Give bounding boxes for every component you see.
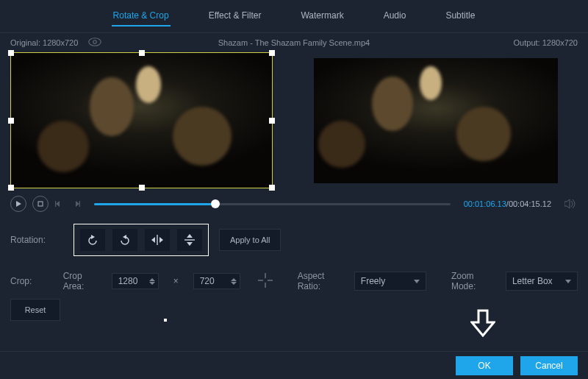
- flip-vertical-button[interactable]: [177, 229, 202, 251]
- crop-row: Crop: Crop Area: × Aspect Ratio: Freely …: [0, 263, 588, 299]
- svg-marker-15: [187, 234, 193, 238]
- preview-area: [0, 52, 588, 188]
- output-preview: [314, 58, 558, 183]
- time-total: /00:04:15.12: [506, 199, 551, 208]
- info-bar: Original: 1280x720 Shazam - The Shazam F…: [0, 33, 588, 52]
- apply-to-all-button[interactable]: Apply to All: [219, 229, 281, 251]
- svg-rect-11: [157, 235, 157, 245]
- zoom-mode-dropdown[interactable]: Letter Box: [506, 272, 578, 291]
- svg-marker-12: [151, 237, 155, 243]
- center-crop-icon[interactable]: [258, 273, 273, 290]
- svg-rect-7: [79, 201, 80, 207]
- cancel-button[interactable]: Cancel: [520, 356, 578, 375]
- rotation-label: Rotation:: [10, 235, 63, 245]
- width-down-icon[interactable]: [149, 282, 155, 285]
- aspect-ratio-dropdown[interactable]: Freely: [354, 272, 426, 291]
- svg-marker-16: [187, 242, 193, 246]
- chevron-down-icon: [414, 280, 420, 283]
- next-frame-icon[interactable]: [71, 199, 81, 209]
- svg-marker-2: [16, 201, 21, 207]
- progress-fill: [94, 203, 215, 205]
- aspect-ratio-label: Aspect Ratio:: [298, 271, 340, 291]
- tab-audio[interactable]: Audio: [382, 6, 408, 26]
- crop-height-stepper[interactable]: [193, 273, 240, 289]
- rotation-row: Rotation: Apply to All: [0, 216, 588, 263]
- crop-width-stepper[interactable]: [112, 273, 159, 289]
- zoom-mode-value: Letter Box: [512, 276, 553, 286]
- svg-point-0: [89, 38, 101, 46]
- ok-button[interactable]: OK: [456, 356, 513, 375]
- filename: Shazam - The Shazam Family Scene.mp4: [218, 38, 370, 47]
- dimension-separator: ×: [173, 276, 179, 286]
- rotate-left-button[interactable]: [80, 229, 105, 251]
- svg-rect-5: [55, 201, 56, 207]
- tab-watermark[interactable]: Watermark: [299, 6, 345, 26]
- output-resolution: Output: 1280x720: [514, 38, 578, 47]
- zoom-mode-label: Zoom Mode:: [451, 271, 491, 291]
- tab-subtitle[interactable]: Subtitle: [444, 6, 476, 26]
- crop-height-input[interactable]: [200, 276, 228, 286]
- crop-preview[interactable]: [10, 52, 273, 188]
- aspect-ratio-value: Freely: [361, 276, 385, 286]
- volume-icon[interactable]: [563, 199, 578, 209]
- svg-marker-13: [159, 237, 163, 243]
- original-resolution: Original: 1280x720: [10, 38, 78, 47]
- svg-marker-10: [123, 235, 126, 239]
- stop-button[interactable]: [32, 196, 49, 212]
- height-up-icon[interactable]: [231, 278, 237, 281]
- preview-toggle-icon[interactable]: [88, 38, 101, 48]
- svg-rect-14: [184, 239, 195, 240]
- reset-button[interactable]: Reset: [10, 299, 60, 321]
- play-button[interactable]: [10, 196, 26, 212]
- crop-area-label: Crop Area:: [63, 271, 97, 291]
- svg-point-1: [93, 40, 97, 44]
- rotate-right-button[interactable]: [112, 229, 137, 251]
- rotation-buttons-group: [74, 224, 209, 256]
- svg-marker-8: [564, 199, 570, 208]
- tab-rotate-crop[interactable]: Rotate & Crop: [112, 6, 171, 26]
- prev-frame-icon[interactable]: [54, 199, 65, 209]
- time-current: 00:01:06.13: [464, 199, 506, 208]
- tab-bar: Rotate & Crop Effect & Filter Watermark …: [0, 0, 588, 33]
- crop-label: Crop:: [10, 276, 53, 286]
- svg-rect-3: [38, 202, 43, 206]
- tab-effect-filter[interactable]: Effect & Filter: [207, 6, 263, 26]
- footer: OK Cancel: [0, 351, 588, 379]
- width-up-icon[interactable]: [149, 278, 155, 281]
- crop-width-input[interactable]: [118, 276, 146, 286]
- decorative-dot: [164, 319, 167, 322]
- chevron-down-icon: [565, 280, 571, 283]
- progress-handle[interactable]: [211, 199, 220, 208]
- annotation-arrow-icon: [470, 309, 495, 339]
- height-down-icon[interactable]: [231, 282, 237, 285]
- svg-marker-4: [56, 201, 60, 207]
- flip-horizontal-button[interactable]: [145, 229, 170, 251]
- playback-bar: 00:01:06.13/00:04:15.12: [0, 188, 588, 216]
- progress-track[interactable]: [94, 203, 451, 205]
- svg-marker-9: [91, 235, 95, 239]
- svg-marker-6: [76, 201, 79, 207]
